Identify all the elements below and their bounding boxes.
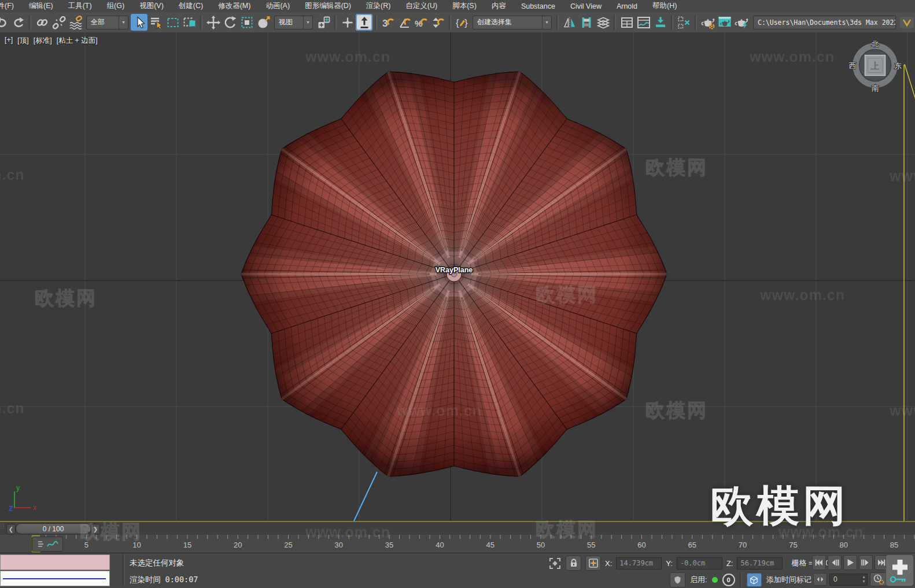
timeline-ruler[interactable]: 0510152025303540455055606570758085 [0, 535, 915, 553]
menu-item-civil-view[interactable]: Civil View [563, 2, 609, 10]
menu-item-group[interactable]: 组(G) [99, 1, 132, 11]
security-button[interactable] [670, 572, 685, 587]
time-slider-handle[interactable]: 0 / 100 [16, 523, 91, 534]
mirror-icon[interactable] [561, 14, 578, 31]
3dsmax-window: 文件(F)编辑(E)工具(T)组(G)视图(V)创建(C)修改器(M)动画(A)… [0, 0, 915, 588]
bind-to-space-warp-icon[interactable] [67, 14, 84, 31]
unlink-selection-icon[interactable] [50, 14, 67, 31]
edit-named-selections-icon[interactable]: {} [453, 14, 470, 31]
viewport-view-label[interactable]: [顶] [17, 36, 28, 46]
select-and-scale-icon[interactable] [238, 14, 255, 31]
menu-item-help[interactable]: 帮助(H) [645, 1, 684, 11]
selection-filter-dropdown[interactable]: 全部▼ [86, 16, 128, 29]
menu-item-animation[interactable]: 动画(A) [258, 1, 297, 11]
mini-curve-editor-button[interactable] [32, 537, 63, 552]
add-time-tag-label[interactable]: 添加时间标记 [766, 575, 811, 585]
menu-item-create[interactable]: 创建(C) [171, 1, 211, 11]
viewport-menu-toggle[interactable]: [+] [5, 36, 13, 46]
listener-script-line[interactable] [0, 571, 110, 586]
object-name-label[interactable]: VRayPlane [436, 266, 473, 274]
toggle-scene-explorer-icon[interactable] [595, 14, 611, 31]
menu-item-scripting[interactable]: 脚本(S) [445, 1, 484, 11]
viewport-standard-label[interactable]: [标准] [34, 36, 52, 46]
isolate-selection-icon[interactable] [548, 557, 562, 570]
select-and-manipulate-icon[interactable] [339, 14, 356, 31]
selection-lock-button[interactable] [566, 556, 581, 571]
select-and-link-icon[interactable] [34, 14, 50, 31]
play-button[interactable] [843, 555, 857, 570]
viewport-shading-label[interactable]: [粘土 + 边面] [57, 36, 98, 46]
menu-item-arnold[interactable]: Arnold [609, 2, 645, 10]
viewcube-north-label[interactable]: 北 [872, 40, 879, 48]
spinner-snap-icon[interactable] [430, 14, 447, 31]
menu-item-file[interactable]: 文件(F) [0, 1, 21, 11]
z-coord-field[interactable]: 56.719cm [737, 557, 783, 569]
snap-toggle-3d-icon[interactable]: 3 [379, 14, 396, 31]
previous-frame-button[interactable] [828, 555, 842, 570]
angle-snap-icon[interactable] [396, 14, 413, 31]
align-icon[interactable] [578, 14, 595, 31]
menu-item-tools[interactable]: 工具(T) [61, 1, 99, 11]
schematic-view-icon[interactable] [676, 14, 692, 31]
curve-editor-icon[interactable] [635, 14, 652, 31]
reference-coordinate-dropdown[interactable]: 视图▼ [274, 16, 313, 29]
listener-macro-line[interactable] [0, 554, 110, 570]
menu-item-views[interactable]: 视图(V) [132, 1, 171, 11]
clipped-toolbar-icon[interactable] [898, 14, 915, 31]
rendered-frame-window-icon[interactable] [716, 14, 733, 31]
select-by-name-icon[interactable] [147, 14, 164, 31]
use-pivot-center-icon[interactable] [315, 14, 332, 31]
viewcube-south-label[interactable]: 南 [872, 84, 879, 93]
menu-item-substance[interactable]: Substance [514, 2, 563, 10]
coordinate-display: X: 14.739cm Y: -0.0cm Z: 56.719cm 栅格 = 1… [548, 556, 840, 571]
undo-icon[interactable] [0, 14, 10, 31]
menu-item-edit[interactable]: 编辑(E) [21, 1, 61, 11]
track-bar[interactable]: 0510152025303540455055606570758085 [0, 535, 915, 553]
select-and-place-icon[interactable] [255, 14, 272, 31]
menu-item-modifiers[interactable]: 修改器(M) [211, 1, 258, 11]
absolute-mode-button[interactable] [585, 556, 601, 571]
viewport-top[interactable]: x y Z VRayPlane [+] [顶] [标准] [粘土 + 边面] 上… [0, 32, 915, 521]
select-and-move-icon[interactable] [205, 14, 222, 31]
y-coord-field[interactable]: -0.0cm [677, 557, 722, 569]
keyboard-override-toggle-icon[interactable] [356, 14, 372, 31]
redo-icon[interactable] [10, 14, 27, 31]
viewport-canvas[interactable]: x y Z VRayPlane [0, 32, 915, 521]
percent-snap-icon[interactable]: % [413, 14, 430, 31]
previous-frame-arrow[interactable]: ❮ [6, 524, 16, 534]
select-and-rotate-icon[interactable] [222, 14, 238, 31]
maxscript-mini-listener[interactable] [0, 554, 110, 586]
selection-filter-dropdown-value: 全部 [91, 17, 105, 27]
select-object-button[interactable] [131, 14, 147, 31]
svg-text:3: 3 [382, 17, 388, 28]
rectangular-selection-region-icon[interactable] [164, 14, 181, 31]
next-frame-arrow[interactable]: ❯ [91, 524, 100, 534]
menu-item-rendering[interactable]: 渲染(R) [359, 1, 398, 11]
time-tag-button[interactable] [747, 573, 762, 587]
render-setup-icon[interactable] [699, 14, 716, 31]
viewcube-west-label[interactable]: 西 [849, 62, 857, 70]
skip-start-icon [814, 557, 824, 568]
toggle-layer-explorer-icon[interactable] [618, 14, 635, 31]
menu-item-graph-editors[interactable]: 图形编辑器(D) [297, 1, 359, 11]
project-folder-dropdown[interactable]: C:\Users\Han\Documents\3ds Max 2022▼ [753, 16, 896, 29]
window-crossing-toggle-icon[interactable] [181, 14, 198, 31]
key-mode-toggle[interactable] [813, 573, 827, 586]
menu-item-content[interactable]: 内容 [484, 1, 514, 11]
viewcube[interactable]: 上 北 南 西 东 [843, 34, 907, 98]
render-production-icon[interactable] [733, 14, 750, 31]
go-to-start-button[interactable] [812, 555, 826, 570]
menu-item-customize[interactable]: 自定义(U) [398, 1, 445, 11]
animation-status-row: 启用: 0 添加时间标记 [670, 572, 811, 587]
viewcube-east-label[interactable]: 东 [895, 62, 902, 70]
warning-count-badge[interactable]: 0 [722, 574, 735, 586]
x-coord-field[interactable]: 14.739cm [616, 557, 662, 569]
current-frame-field[interactable]: 0▲▼ [829, 574, 868, 586]
set-key-button[interactable] [886, 554, 914, 586]
play-icon [845, 557, 855, 568]
next-frame-button[interactable] [859, 555, 873, 570]
spinner-icon[interactable]: ▲▼ [862, 575, 866, 584]
named-selection-set-dropdown[interactable]: 创建选择集▼ [473, 16, 552, 29]
time-configuration-button[interactable] [870, 572, 887, 586]
dope-sheet-icon[interactable] [652, 14, 669, 31]
